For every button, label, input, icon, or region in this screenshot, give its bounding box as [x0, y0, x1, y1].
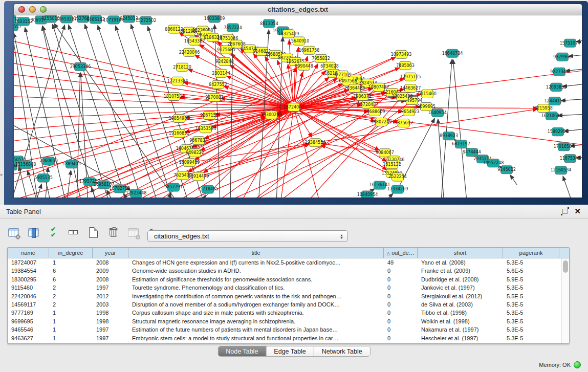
delete-column-button[interactable] [106, 226, 120, 239]
citation-edge-black[interactable] [98, 25, 159, 198]
cell-short[interactable]: Yano et al. (2008) [418, 258, 503, 267]
minimize-window-icon[interactable] [29, 6, 36, 13]
cell-in_degree[interactable]: 2 [49, 300, 93, 309]
cell-in_degree[interactable]: 1 [49, 325, 93, 334]
graph-node-9242848[interactable]: 9242848 [215, 57, 234, 65]
show-columns-button[interactable] [27, 226, 40, 239]
column-header-short[interactable]: short [418, 248, 503, 258]
memory-status[interactable]: Memory: OK [539, 361, 581, 368]
table-row[interactable]: 1830029562008Estimation of significance … [8, 275, 569, 283]
tab-node-table[interactable]: Node Table [218, 346, 266, 356]
cell-in_degree[interactable]: 1 [49, 309, 93, 317]
cell-title[interactable]: Embryonic stem cells: a model to study s… [128, 334, 384, 342]
graph-node-19654923[interactable]: 19654923 [399, 108, 420, 116]
graph-node-8938923[interactable]: 8938923 [440, 132, 458, 140]
citation-edge-black[interactable] [42, 26, 82, 198]
citation-edge-black[interactable] [438, 119, 444, 198]
cell-pagerank[interactable]: 5.3E-5 [503, 317, 559, 325]
graph-node-6873197[interactable]: 6873197 [452, 140, 470, 148]
cell-name[interactable]: 9463627 [8, 334, 49, 342]
cell-short[interactable]: Dudbridge et al. (2008) [418, 275, 503, 283]
cell-in_degree[interactable]: 1 [49, 317, 93, 325]
cell-title[interactable]: Disruption of a novel member of a sodium… [128, 300, 384, 309]
cell-pagerank[interactable]: 5.6E-5 [503, 267, 559, 275]
table-row[interactable]: 2242004622012Investigating the contribut… [8, 292, 569, 300]
graph-node-12160534[interactable]: 12160534 [551, 166, 572, 174]
cell-short[interactable]: Wolkin et al. (1998) [418, 317, 503, 325]
cell-name[interactable]: 19384554 [8, 267, 49, 275]
cell-name[interactable]: 18300295 [8, 275, 49, 283]
cell-pagerank[interactable]: 5.3E-5 [503, 309, 559, 317]
citation-edge-red[interactable] [14, 56, 289, 106]
cell-year[interactable]: 2008 [93, 275, 128, 283]
table-row[interactable]: 1872400712008Changes of HCN gene express… [8, 258, 569, 267]
graph-node-2718120[interactable]: 2718120 [173, 63, 191, 71]
cell-name[interactable]: 9115460 [8, 283, 49, 292]
citation-edge-black[interactable] [441, 59, 452, 198]
cell-out_de[interactable]: 0 [384, 283, 418, 292]
citation-edge-red[interactable] [277, 60, 292, 102]
cell-out_de[interactable]: 0 [384, 300, 418, 309]
cell-short[interactable]: Stergiakouli et al. (2012) [418, 292, 503, 300]
citation-edge-red[interactable] [225, 112, 291, 198]
cell-name[interactable]: 14569117 [8, 300, 49, 309]
cell-pagerank[interactable]: 5.3E-5 [503, 334, 559, 342]
column-header-in_degree[interactable]: in_degree [49, 248, 93, 258]
cell-pagerank[interactable]: 5.3E-5 [503, 325, 559, 334]
cell-out_de[interactable]: 0 [384, 334, 418, 342]
cell-in_degree[interactable]: 6 [49, 275, 93, 283]
cell-title[interactable]: Corpus callosum shape and size in male p… [128, 309, 384, 317]
citation-edge-black[interactable] [510, 175, 517, 185]
citation-edge-black[interactable] [35, 184, 41, 198]
tab-network-table[interactable]: Network Table [314, 346, 370, 356]
cell-pagerank[interactable]: 5.3E-5 [503, 300, 559, 309]
graph-node-16961758[interactable]: 16961758 [299, 46, 320, 54]
graph-node-16033809[interactable]: 16033809 [204, 15, 225, 23]
cell-year[interactable]: 2008 [93, 258, 128, 267]
cell-out_de[interactable]: 0 [384, 275, 418, 283]
cell-title[interactable]: Estimation of the future numbers of pati… [128, 325, 384, 334]
cell-name[interactable]: 18724007 [8, 258, 49, 267]
citation-edge-black[interactable] [42, 26, 97, 198]
graph-node-15751074[interactable]: 15751074 [560, 39, 581, 47]
citation-edge-red[interactable] [188, 144, 310, 174]
citation-edge-black[interactable] [563, 176, 573, 198]
cell-title[interactable]: Genome-wide association studies in ADHD. [128, 267, 384, 275]
table-row[interactable]: 977716911998Corpus callosum shape and si… [8, 309, 569, 317]
cell-out_de[interactable]: 0 [384, 267, 418, 275]
cell-name[interactable]: 22420046 [8, 292, 49, 300]
network-canvas[interactable]: 2405572124055776031523069140691550151065… [14, 15, 582, 198]
cell-in_degree[interactable]: 2 [49, 292, 93, 300]
cell-year[interactable]: 1998 [93, 317, 128, 325]
cell-title[interactable]: Changes of HCN gene expression and I(f) … [128, 258, 384, 267]
column-header-name[interactable]: name [8, 248, 49, 258]
cell-year[interactable]: 2012 [93, 292, 128, 300]
cell-title[interactable]: Investigating the contribution of common… [128, 292, 384, 300]
graph-node-10840954[interactable]: 10840954 [357, 191, 378, 198]
graph-node-15272502[interactable]: 15272502 [136, 16, 157, 25]
graph-node-5905135[interactable]: 5905135 [34, 174, 53, 182]
graph-node-8813054[interactable]: 8813054 [260, 19, 278, 28]
new-table-button[interactable] [86, 226, 100, 239]
tab-edge-table[interactable]: Edge Table [266, 346, 314, 356]
cell-year[interactable]: 2009 [93, 267, 128, 275]
cell-title[interactable]: Tourette syndrome. Phenomenology and cla… [128, 283, 384, 292]
network-window-titlebar[interactable]: citations_edges.txt [14, 4, 582, 15]
network-graph-svg[interactable]: 2405572124055776031523069140691550151065… [14, 15, 582, 198]
column-header-title[interactable]: title [128, 248, 384, 258]
graph-node-11675345[interactable]: 11675345 [560, 155, 581, 163]
graph-node-7857224[interactable]: 7857224 [224, 24, 242, 32]
column-header-year[interactable]: year [93, 248, 128, 258]
cell-out_de[interactable]: 0 [384, 292, 418, 300]
table-selector-dropdown[interactable]: citations_edges.txt ▲▼ [147, 230, 348, 242]
table-row[interactable]: 969969511998Structural magnetic resonanc… [8, 317, 569, 325]
cell-name[interactable]: 9777169 [8, 309, 49, 317]
cell-year[interactable]: 2003 [93, 300, 128, 309]
cell-short[interactable]: Nakamura et al. (1997) [418, 325, 503, 334]
close-window-icon[interactable] [18, 6, 25, 13]
graph-node-8215958[interactable]: 8215958 [534, 104, 553, 112]
table-row[interactable]: 1938455462009Genome-wide association stu… [8, 267, 569, 275]
cell-out_de[interactable]: 0 [384, 317, 418, 325]
cell-short[interactable]: Tibbo et al. (1998) [418, 309, 503, 317]
column-header-pagerank[interactable]: pagerank [503, 248, 559, 258]
